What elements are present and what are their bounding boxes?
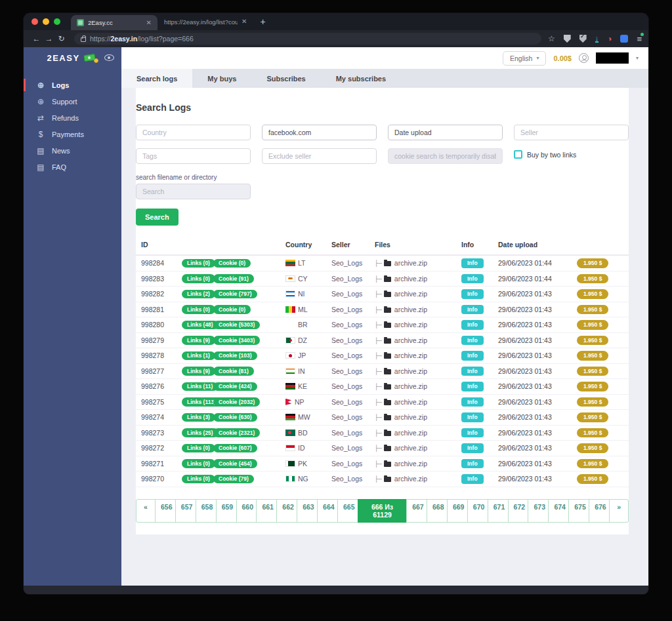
maximize-window-icon[interactable] — [54, 18, 60, 25]
pagination-current[interactable]: 666 Из 61129 — [358, 499, 407, 523]
cookie-badge[interactable]: Cookie (2032) — [213, 397, 260, 407]
url-text[interactable]: https://2easy.in/log/list?page=666 — [90, 35, 194, 43]
price-badge[interactable]: 1.950 $ — [577, 382, 608, 391]
price-badge[interactable]: 1.950 $ — [577, 305, 608, 315]
links-badge[interactable]: Links (9) — [182, 336, 215, 345]
sidebar-item-logs[interactable]: ⊕ Logs — [24, 77, 121, 93]
file-name[interactable]: archive.zip — [394, 275, 427, 283]
browser-tab-active[interactable]: 2Easy.cc ✕ — [71, 15, 158, 30]
file-name[interactable]: archive.zip — [394, 398, 427, 406]
cookie-badge[interactable]: Cookie (454) — [213, 459, 257, 468]
cookie-badge[interactable]: Cookie (630) — [213, 413, 257, 422]
logo[interactable]: 2EASY — [24, 47, 121, 69]
table-row[interactable]: 998282 Links (2) Cookie (797) NI Seo_Log… — [136, 287, 629, 302]
cookie-badge[interactable]: Cookie (424) — [213, 382, 257, 391]
price-badge[interactable]: 1.950 $ — [577, 397, 608, 407]
links-badge[interactable]: Links (0) — [182, 444, 215, 453]
info-badge[interactable]: Info — [461, 336, 484, 346]
cookie-badge[interactable]: Cookie (3403) — [213, 336, 260, 345]
info-badge[interactable]: Info — [461, 367, 484, 376]
price-badge[interactable]: 1.950 $ — [577, 289, 608, 299]
cookie-badge[interactable]: Cookie (2321) — [213, 428, 260, 437]
file-name[interactable]: archive.zip — [394, 382, 427, 390]
pagination-page[interactable]: 663 — [297, 499, 318, 523]
pagination-page[interactable]: 672 — [508, 499, 529, 523]
table-row[interactable]: 998276 Links (11) Cookie (424) KE Seo_Lo… — [136, 379, 629, 395]
download-icon[interactable]: ↓ — [595, 35, 599, 43]
pagination-page[interactable]: 664 — [317, 499, 338, 523]
shield-icon[interactable] — [564, 35, 571, 43]
links-badge[interactable]: Links (0) — [182, 305, 215, 314]
sidebar-item-refunds[interactable]: ⇄ Refunds — [24, 110, 121, 126]
close-window-icon[interactable] — [32, 18, 38, 25]
bookmark-star-icon[interactable]: ☆ — [548, 34, 555, 43]
file-name[interactable]: archive.zip — [394, 413, 427, 421]
price-badge[interactable]: 1.950 $ — [577, 351, 608, 361]
pagination-page[interactable]: 660 — [236, 499, 257, 523]
forward-button[interactable]: → — [43, 34, 55, 43]
back-button[interactable]: ← — [30, 34, 43, 43]
cookie-badge[interactable]: Cookie (0) — [213, 305, 251, 314]
cookie-badge[interactable]: Cookie (797) — [213, 290, 257, 299]
table-row[interactable]: 998279 Links (9) Cookie (3403) DZ Seo_Lo… — [136, 332, 629, 348]
pagination-page[interactable]: 667 — [406, 499, 427, 523]
price-badge[interactable]: 1.950 $ — [577, 336, 608, 346]
checkbox-icon[interactable] — [514, 150, 522, 159]
price-badge[interactable]: 1.950 $ — [577, 474, 608, 484]
file-name[interactable]: archive.zip — [394, 444, 427, 452]
links-badge[interactable]: Links (0) — [182, 259, 215, 268]
links-badge[interactable]: Links (11) — [182, 382, 218, 391]
pagination-page[interactable]: 662 — [276, 499, 297, 523]
shield-check-icon[interactable] — [579, 35, 587, 43]
price-badge[interactable]: 1.950 $ — [577, 258, 608, 268]
info-badge[interactable]: Info — [461, 382, 484, 391]
sidebar-item-payments[interactable]: $ Payments — [24, 126, 121, 142]
info-badge[interactable]: Info — [461, 274, 484, 284]
domain-input[interactable] — [262, 125, 377, 140]
table-row[interactable]: 998280 Links (48) Cookie (5303) BR Seo_L… — [136, 317, 629, 333]
pagination-page[interactable]: 661 — [256, 499, 277, 523]
pagination-page[interactable]: 657 — [175, 499, 196, 523]
user-avatar-icon[interactable] — [579, 53, 589, 63]
info-badge[interactable]: Info — [461, 351, 484, 361]
links-badge[interactable]: Links (1) — [182, 351, 215, 361]
pagination-page[interactable]: 658 — [196, 499, 217, 523]
file-name[interactable]: archive.zip — [394, 336, 427, 344]
cookie-badge[interactable]: Cookie (81) — [213, 367, 254, 376]
sidebar-item-support[interactable]: ⊕ Support — [24, 93, 121, 110]
info-badge[interactable]: Info — [461, 412, 484, 422]
file-name[interactable]: archive.zip — [394, 475, 427, 483]
table-row[interactable]: 998270 Links (0) Cookie (79) NG Seo_Logs… — [136, 471, 629, 487]
links-badge[interactable]: Links (2) — [182, 290, 215, 299]
pagination-page[interactable]: 670 — [467, 499, 488, 523]
cookie-badge[interactable]: Cookie (5303) — [213, 321, 260, 330]
price-badge[interactable]: 1.950 $ — [577, 459, 608, 469]
tags-input[interactable] — [136, 148, 251, 164]
file-name[interactable]: archive.zip — [394, 290, 427, 298]
new-tab-button[interactable]: + — [260, 16, 265, 27]
country-input[interactable] — [136, 125, 251, 140]
table-row[interactable]: 998277 Links (9) Cookie (81) IN Seo_Logs… — [136, 363, 629, 379]
price-badge[interactable]: 1.950 $ — [577, 320, 608, 330]
window-controls[interactable] — [24, 18, 71, 25]
date-upload-input[interactable] — [388, 125, 503, 140]
info-badge[interactable]: Info — [461, 258, 484, 268]
price-badge[interactable]: 1.950 $ — [577, 412, 608, 422]
info-badge[interactable]: Info — [461, 428, 484, 438]
info-badge[interactable]: Info — [461, 474, 484, 484]
file-name[interactable]: archive.zip — [394, 259, 427, 267]
balance-amount[interactable]: 0.00$ — [553, 54, 572, 62]
pagination-page[interactable]: 665 — [337, 499, 358, 523]
links-badge[interactable]: Links (3) — [182, 413, 215, 422]
links-badge[interactable]: Links (0) — [182, 459, 215, 468]
tab-close-icon[interactable]: ✕ — [146, 20, 152, 26]
info-badge[interactable]: Info — [461, 320, 484, 330]
search-button[interactable]: Search — [136, 209, 178, 226]
minimize-window-icon[interactable] — [43, 18, 49, 25]
info-badge[interactable]: Info — [461, 459, 484, 469]
price-badge[interactable]: 1.950 $ — [577, 274, 608, 284]
pagination-page[interactable]: 674 — [548, 499, 569, 523]
tab-my-subscribes[interactable]: My subscribes — [321, 69, 401, 88]
pagination-page[interactable]: 669 — [447, 499, 468, 523]
price-badge[interactable]: 1.950 $ — [577, 443, 608, 453]
